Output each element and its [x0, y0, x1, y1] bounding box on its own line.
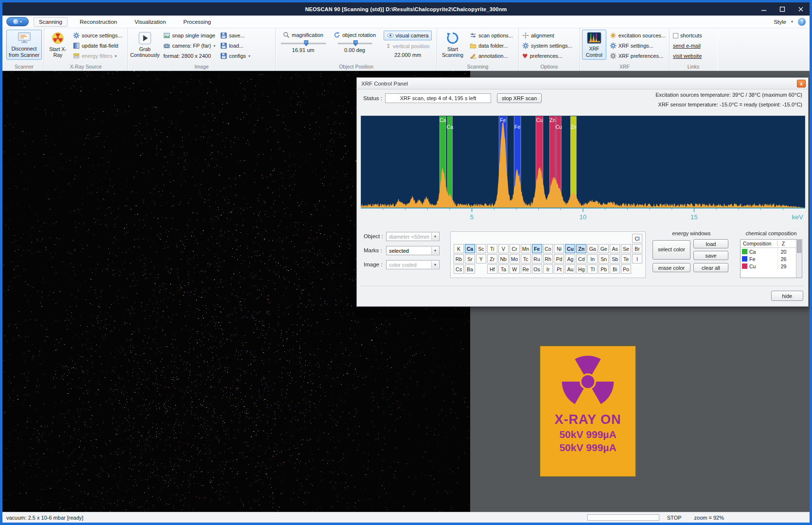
element-Rb[interactable]: Rb — [454, 254, 464, 263]
element-K[interactable]: K — [454, 244, 464, 253]
element-Se[interactable]: Se — [621, 244, 631, 253]
element-Ba[interactable]: Ba — [465, 264, 475, 274]
element-Bi[interactable]: Bi — [610, 264, 620, 274]
visual-camera-button[interactable]: visual camera — [384, 31, 432, 40]
tab-visualization[interactable]: Visualization — [129, 17, 171, 27]
element-Mn[interactable]: Mn — [521, 244, 531, 253]
element-Sr[interactable]: Sr — [465, 254, 475, 263]
start-scanning-button[interactable]: Start Scanning — [439, 30, 466, 60]
tab-processing[interactable]: Processing — [178, 17, 216, 27]
element-Co[interactable]: Co — [543, 244, 553, 253]
tab-reconstruction[interactable]: Reconstruction — [74, 17, 123, 27]
xrf-panel-titlebar[interactable]: XRF Control Panel x — [357, 78, 808, 89]
save-button[interactable]: save — [693, 251, 728, 260]
element-Pb[interactable]: Pb — [599, 264, 609, 274]
element-Zn[interactable]: Zn — [576, 244, 586, 253]
element-Fe[interactable]: Fe — [532, 244, 542, 253]
disconnect-from-scanner-button[interactable]: Disconnect from Scanner — [6, 30, 42, 60]
energy-filters-item[interactable]: energy filters ▾ — [71, 51, 124, 61]
stop-label[interactable]: STOP — [667, 515, 682, 521]
vertical-position-item[interactable]: ↕ vertical position — [385, 41, 431, 51]
xrf-spectrum-chart[interactable]: CaCaFeFeCuZnCuZn51015keV — [361, 116, 805, 225]
clear-all-button[interactable]: clear all — [693, 263, 728, 272]
element-Ni[interactable]: Ni — [554, 244, 564, 253]
element-Cs[interactable]: Cs — [454, 264, 464, 274]
element-Ti[interactable]: Ti — [487, 244, 497, 253]
element-Sn[interactable]: Sn — [599, 254, 609, 263]
snap-single-image-item[interactable]: snap single image — [162, 31, 217, 40]
select-color-button[interactable]: select color — [653, 240, 690, 260]
image-dropdown[interactable]: color coded ▼ — [386, 260, 440, 269]
element-Rh[interactable]: Rh — [543, 254, 553, 263]
load-item[interactable]: load... — [219, 41, 252, 51]
element-Cl[interactable]: Cl — [632, 234, 642, 243]
update-flat-field-item[interactable]: update flat-field — [71, 41, 124, 51]
element-Ga[interactable]: Ga — [587, 244, 598, 253]
element-Te[interactable]: Te — [621, 254, 631, 263]
send-email-link[interactable]: send e-mail — [671, 41, 704, 51]
style-menu[interactable]: Style — [774, 19, 786, 25]
visit-website-link[interactable]: visit website — [671, 51, 704, 61]
app-menu-button[interactable]: ▾ — [6, 17, 29, 26]
magnification-slider[interactable] — [281, 40, 326, 47]
element-Ag[interactable]: Ag — [565, 254, 575, 263]
composition-row-Fe[interactable]: Fe26 — [741, 255, 802, 262]
shortcuts-item[interactable]: shortcuts — [671, 31, 704, 40]
element-Hg[interactable]: Hg — [576, 264, 586, 274]
element-Ge[interactable]: Ge — [599, 244, 609, 253]
grab-continuously-button[interactable]: Grab Continuously — [130, 30, 160, 60]
format-item[interactable]: format: 2800 x 2400 — [162, 51, 217, 61]
element-W[interactable]: W — [510, 264, 520, 274]
composition-scrollbar[interactable] — [796, 240, 802, 278]
element-In[interactable]: In — [587, 254, 598, 263]
start-xray-button[interactable]: Start X-Ray — [46, 30, 70, 60]
element-Pt[interactable]: Pt — [554, 264, 564, 274]
annotation-item[interactable]: annotation... — [468, 51, 514, 61]
element-Po[interactable]: Po — [621, 264, 631, 274]
element-Mo[interactable]: Mo — [510, 254, 520, 263]
element-Ta[interactable]: Ta — [498, 264, 509, 274]
marks-dropdown[interactable]: selected ▼ — [386, 246, 440, 255]
element-Ir[interactable]: Ir — [543, 264, 553, 274]
element-Cr[interactable]: Cr — [510, 244, 520, 253]
help-button[interactable]: ? — [798, 18, 806, 26]
element-Sc[interactable]: Sc — [476, 244, 486, 253]
maximize-button[interactable] — [778, 6, 786, 13]
element-Tl[interactable]: Tl — [587, 264, 598, 274]
data-folder-item[interactable]: data folder... — [468, 41, 514, 51]
configs-item[interactable]: configs ▾ — [219, 51, 252, 61]
element-Y[interactable]: Y — [476, 254, 486, 263]
element-Zr[interactable]: Zr — [487, 254, 497, 263]
scan-options-item[interactable]: scan options... — [468, 31, 514, 40]
element-Ru[interactable]: Ru — [532, 254, 542, 263]
element-Hf[interactable]: Hf — [487, 264, 497, 274]
camera-select-item[interactable]: camera: FP (far) ▾ — [162, 41, 217, 51]
element-Pd[interactable]: Pd — [554, 254, 564, 263]
element-Cu[interactable]: Cu — [565, 244, 575, 253]
scrollbar-thumb[interactable] — [797, 240, 801, 253]
system-settings-item[interactable]: system settings... — [521, 41, 574, 51]
element-Nb[interactable]: Nb — [498, 254, 509, 263]
source-settings-item[interactable]: source settings... — [71, 31, 124, 40]
element-Os[interactable]: Os — [532, 264, 542, 274]
stop-xrf-scan-button[interactable]: stop XRF scan — [497, 93, 542, 103]
element-Tc[interactable]: Tc — [521, 254, 531, 263]
object-rotation-slider-handle[interactable] — [353, 40, 358, 46]
object-dropdown[interactable]: diameter <50mm ▼ — [386, 232, 440, 241]
element-I[interactable]: I — [632, 254, 642, 263]
element-V[interactable]: V — [498, 244, 509, 253]
element-Cd[interactable]: Cd — [576, 254, 586, 263]
save-item[interactable]: save... — [219, 31, 252, 40]
element-Br[interactable]: Br — [632, 244, 642, 253]
composition-row-Ca[interactable]: Ca20 — [741, 248, 802, 255]
xrf-settings-item[interactable]: XRF settings... — [608, 41, 667, 51]
element-As[interactable]: As — [610, 244, 620, 253]
load-button[interactable]: load — [693, 239, 728, 248]
object-rotation-slider[interactable] — [338, 40, 372, 47]
close-button[interactable] — [797, 6, 805, 13]
erase-color-button[interactable]: erase color — [653, 263, 690, 272]
xrf-preferences-item[interactable]: XRF preferences... — [608, 51, 667, 61]
element-Re[interactable]: Re — [521, 264, 531, 274]
element-Sb[interactable]: Sb — [610, 254, 620, 263]
tab-scanning[interactable]: Scanning — [34, 17, 68, 27]
